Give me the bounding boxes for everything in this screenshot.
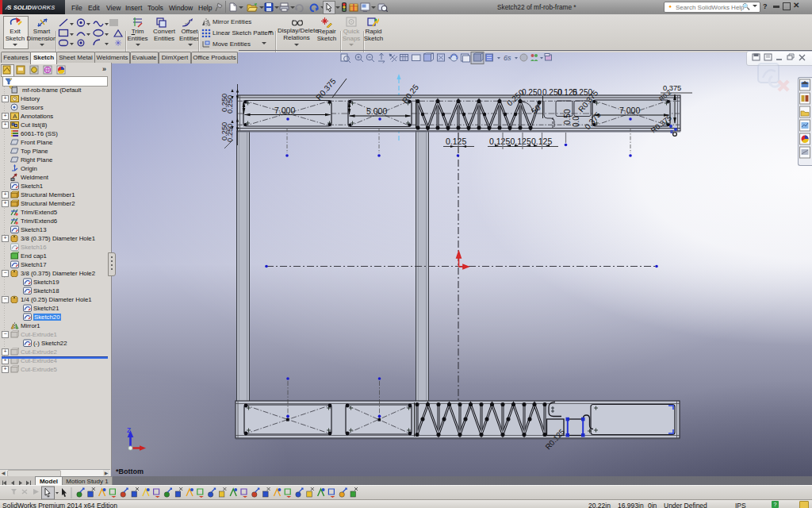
svg-text:0.125: 0.125: [489, 137, 510, 146]
svg-text:7.000: 7.000: [619, 106, 640, 115]
svg-text:0.125: 0.125: [446, 137, 466, 146]
svg-text:5.000: 5.000: [366, 106, 387, 116]
svg-text:7.000: 7.000: [274, 106, 295, 115]
svg-text:6s: 6s: [504, 54, 511, 62]
svg-text:0.50: 0.50: [563, 109, 572, 125]
svg-text:0.0: 0.0: [572, 116, 580, 127]
svg-text:*Bottom: *Bottom: [116, 468, 144, 475]
svg-text:0.125: 0.125: [511, 137, 531, 146]
svg-text:Z: Z: [127, 426, 131, 434]
svg-text:0.250: 0.250: [522, 88, 542, 97]
svg-text:A: A: [13, 113, 17, 120]
